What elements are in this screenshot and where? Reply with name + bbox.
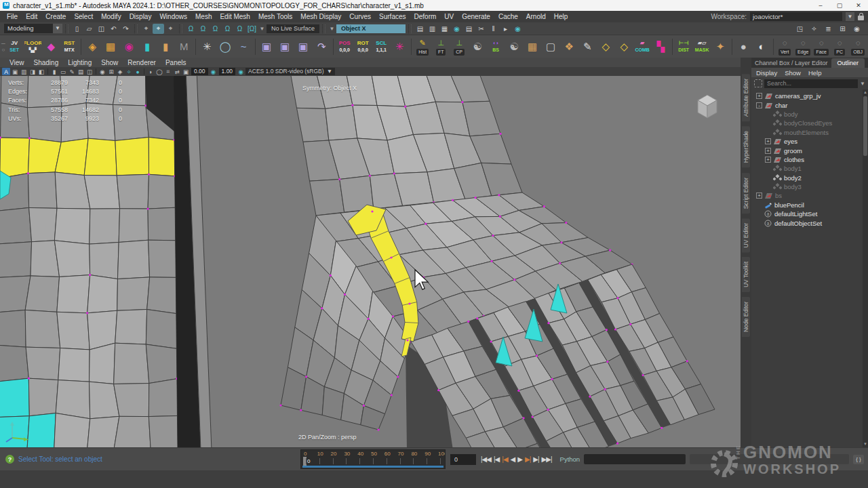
shelf-pen-dots-button[interactable]: ✎ [579,37,596,56]
shelf-diamond-gold-2-button[interactable]: ◇ [616,37,633,56]
channel-box-icon[interactable]: ≣ [823,24,834,34]
outliner-item-body[interactable]: body [751,110,868,119]
outliner-scrollbar[interactable]: ▲ ▼ [863,89,868,447]
panel-menu-renderer[interactable]: Renderer [123,59,160,66]
maximize-button[interactable]: ▢ [830,0,849,11]
redo-icon[interactable]: ↷ [120,24,132,34]
shelf-yinyang-2-button[interactable]: ☯ [506,37,523,56]
expand-toggle-icon[interactable]: + [765,157,771,163]
outliner-item-char[interactable]: -char [751,100,868,109]
open-scene-icon[interactable]: ▱ [83,24,95,34]
pause-ipr-icon[interactable]: ‖ [488,24,499,34]
outliner-menu-help[interactable]: Help [808,69,822,77]
search-dropdown-arrow-icon[interactable]: ▼ [860,81,865,87]
snap-grid-icon[interactable]: Ω [185,24,197,34]
scroll-up-icon[interactable]: ▲ [863,89,868,96]
tab-outliner[interactable]: Outliner [831,58,865,68]
shelf-spray-face-button[interactable]: ◌Face [813,37,830,56]
shelf-cp-button[interactable]: ⊥CP [451,37,468,56]
no-live-surface-field[interactable]: No Live Surface [267,24,319,33]
menu-mesh-tools[interactable]: Mesh Tools [254,12,296,22]
swap-icon[interactable]: ⇄ [173,68,181,75]
step-back-key-button[interactable]: |◀ [502,455,507,463]
attribute-spreadsheet-icon[interactable]: ⊞ [837,24,848,34]
expand-toggle-icon[interactable]: + [765,138,771,144]
xray-icon[interactable]: ⊞ [107,68,115,75]
shelf-cube-wire-1-button[interactable]: ▣ [258,37,275,56]
shelf-marquee-box-button[interactable]: ▢ [542,37,559,56]
smooth-shade-icon[interactable]: ▭ [59,68,67,75]
panel-menu-lighting[interactable]: Lighting [64,59,96,66]
snap-center-icon[interactable]: Ω [222,24,233,34]
shelf-comb-button[interactable]: ▰COMB [634,37,651,56]
textured-icon[interactable]: ▤ [77,68,85,75]
isolate-select-icon[interactable]: ✧ [125,68,133,75]
mesh-canvas[interactable] [0,76,741,447]
shadows-icon[interactable]: ◯ [155,68,163,75]
outliner-menu-show[interactable]: Show [785,69,801,77]
shelf-sun-magenta-button[interactable]: ✳ [391,37,408,56]
step-forward-frame-button[interactable]: ▶| [533,455,538,463]
render-view-icon[interactable]: ▤ [414,24,426,34]
command-line-language-label[interactable]: Python [560,455,580,463]
exposure-field[interactable]: 0.00 [191,68,208,75]
select-camera-icon[interactable]: A [2,68,10,75]
command-line-input[interactable] [584,454,686,464]
expand-toggle-icon[interactable]: + [756,93,762,99]
menu-cache[interactable]: Cache [494,12,522,22]
select-hierarchy-icon[interactable]: ⌖ [140,24,152,34]
menu-set-dropdown[interactable]: Modeling▼ [4,24,62,33]
search-input[interactable] [764,79,858,88]
panel-menu-panels[interactable]: Panels [161,59,191,66]
shelf-cube-orange-button[interactable]: ▦ [102,37,119,56]
close-button[interactable]: ✕ [849,0,868,11]
outliner-item-bs[interactable]: +bs [751,191,868,200]
shelf-cube-wire-3-button[interactable]: ▣ [295,37,312,56]
grid-toggle-icon[interactable]: ⌗ [164,68,172,75]
shelf-ft-button[interactable]: ⊥FT [433,37,450,56]
shelf-barrel-tan-button[interactable]: ▮ [157,37,174,56]
film-gate-icon[interactable]: ▣ [182,68,190,75]
outliner-item-body3[interactable]: body3 [751,182,868,191]
character-controls-icon[interactable]: ✧ [808,24,820,34]
gamma-field[interactable]: 1.00 [219,68,236,75]
help-icon[interactable]: ? [5,455,14,464]
viewport-canvas[interactable]: Verts:2887973430Edges:57561146830Faces:2… [0,76,741,447]
select-object-icon[interactable]: ⌖ [153,24,164,34]
menu-select[interactable]: Select [70,12,97,22]
render-settings-icon[interactable]: ◉ [512,24,524,34]
tab-channel-box[interactable]: Channel Box / Layer Editor [751,58,831,68]
shelf-mask-button[interactable]: ▰▱MASK [694,37,711,56]
outliner-item-bodyClosedEyes[interactable]: bodyClosedEyes [751,119,868,127]
shelf-box-tan-button[interactable]: ▦ [524,37,541,56]
shelf-diamond-gold-1-button[interactable]: ◇ [597,37,614,56]
menu-curves[interactable]: Curves [345,12,375,22]
symmetry-field[interactable]: Object X [336,24,406,33]
side-tab-script-editor[interactable]: Script Editor [742,173,750,214]
shelf-jvset-button[interactable]: JVSET [6,37,23,56]
outliner-item-mouthElements[interactable]: mouthElements [751,128,868,137]
shelf-circle-tool-button[interactable]: ◯ [217,37,234,56]
outliner-item-groom[interactable]: +groom [751,146,868,155]
workspace-dropdown[interactable]: joaovictor* [750,12,842,21]
shelf-rst-mtx-button[interactable]: RSTMTX [61,37,78,56]
menu-modify[interactable]: Modify [97,12,125,22]
symmetry-options-arrow-icon[interactable]: ▼ [328,26,336,32]
minimize-button[interactable]: – [811,0,830,11]
script-editor-icon[interactable]: { } [853,455,864,464]
bookmarks-icon[interactable]: ◨ [28,68,37,75]
play-forwards-button[interactable]: ▶ [517,455,522,463]
shelf-dist-button[interactable]: ⊢⊣DIST [675,37,692,56]
render-region-icon[interactable]: ✂ [475,24,487,34]
outliner-item-cameras_grp_jv[interactable]: +cameras_grp_jv [751,92,868,100]
workspace-dropdown-arrow-icon[interactable]: ▼ [846,12,854,21]
outliner-item-clothes[interactable]: +clothes [751,155,868,164]
shelf-spray-edge-button[interactable]: ◌Edge [795,37,812,56]
menu-generate[interactable]: Generate [458,12,494,22]
snap-curve-icon[interactable]: Ω [197,24,209,34]
shelf-boxes-small-button[interactable]: ❖ [561,37,578,56]
menu-deform[interactable]: Deform [410,12,441,22]
menu-arnold[interactable]: Arnold [522,12,550,22]
shelf-diamond-orange-button[interactable]: ◈ [84,37,101,56]
shelf-sphere-magenta-button[interactable]: ◉ [121,37,138,56]
